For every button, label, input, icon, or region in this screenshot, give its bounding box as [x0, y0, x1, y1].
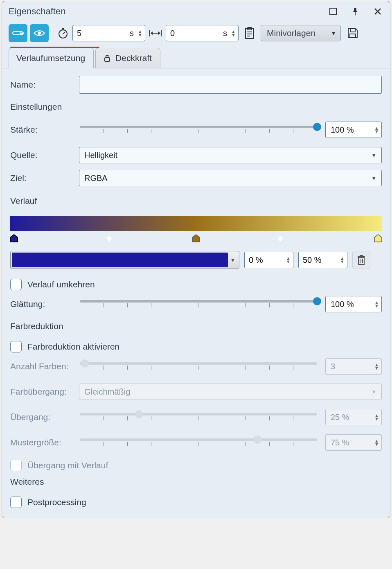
chevron-down-icon[interactable]: ▼ — [228, 257, 238, 263]
section-more: Weiteres — [10, 477, 382, 487]
smoothing-value: 100 % — [331, 300, 354, 309]
gradient-preview[interactable] — [10, 216, 382, 231]
delay-unit: s — [223, 29, 227, 38]
svg-rect-16 — [350, 34, 356, 38]
delete-stop-button[interactable] — [352, 251, 370, 269]
target-dropdown[interactable]: RGBA ▼ — [79, 170, 382, 186]
panel-title: Eigenschaften — [9, 6, 65, 17]
numcolors-label: Anzahl Farben: — [10, 361, 72, 371]
unlock-icon — [103, 54, 111, 62]
visibility-button[interactable] — [30, 24, 49, 42]
section-settings: Einstellungen — [10, 102, 382, 112]
pin-icon[interactable] — [351, 7, 359, 16]
presets-label: Minivorlagen — [267, 28, 315, 38]
titlebar: Eigenschaften — [2, 1, 390, 23]
tab-opacity[interactable]: Deckkraft — [95, 48, 160, 68]
pattern-label: Mustergröße: — [10, 438, 72, 447]
gradient-stop-2[interactable] — [374, 234, 383, 243]
toolbar: 5 s ▲▼ 0 s ▲▼ Minivorlagen ▼ — [2, 23, 390, 45]
link-toggle-button[interactable] — [9, 24, 27, 42]
close-icon[interactable] — [374, 7, 382, 16]
gradient-midpoint-0[interactable] — [106, 235, 115, 244]
transition-type-value: Gleichmäßig — [84, 387, 130, 397]
tab-opacity-label: Deckkraft — [115, 53, 152, 63]
enable-color-reduction-checkbox[interactable] — [10, 341, 22, 352]
numcolors-value-input: 3 ▲▼ — [325, 358, 382, 375]
transition-label: Übergang: — [10, 412, 72, 422]
strength-value-input[interactable]: 100 % ▲▼ — [325, 122, 382, 138]
save-icon[interactable] — [347, 27, 359, 39]
properties-panel: Eigenschaften 5 s — [2, 1, 390, 518]
transition-type-dropdown: Gleichmäßig ▼ — [79, 384, 382, 400]
target-value: RGBA — [84, 174, 108, 183]
smoothing-value-input[interactable]: 100 % ▲▼ — [325, 296, 382, 312]
reverse-gradient-label: Verlauf umkehren — [27, 280, 95, 289]
window-controls — [329, 7, 382, 16]
section-colorreduce: Farbreduktion — [10, 321, 382, 331]
transition-type-label: Farbübergang: — [10, 387, 72, 397]
chevron-down-icon: ▼ — [371, 175, 376, 181]
strength-label: Stärke: — [10, 125, 72, 135]
clipboard-icon[interactable] — [243, 27, 256, 39]
svg-rect-5 — [62, 28, 64, 29]
duration-unit: s — [130, 29, 134, 38]
stop-midpoint-input[interactable]: 50 % ▲▼ — [298, 252, 347, 268]
duration-value: 5 — [77, 29, 130, 38]
duration-stepper[interactable]: ▲▼ — [137, 30, 143, 36]
smoothing-label: Glättung: — [10, 299, 72, 309]
pattern-value: 75 % — [331, 438, 349, 447]
stop-position-value: 0 % — [249, 255, 263, 265]
maximize-icon[interactable] — [329, 8, 337, 15]
tab-gradient-map[interactable]: Verlaufumsetzung — [9, 48, 94, 68]
numcolors-value: 3 — [331, 362, 335, 371]
pattern-value-input: 75 % ▲▼ — [325, 434, 382, 451]
source-dropdown[interactable]: Helligkeit ▼ — [79, 147, 382, 163]
svg-rect-0 — [330, 8, 336, 15]
strength-slider[interactable] — [80, 122, 317, 137]
width-icon — [149, 29, 162, 37]
gradient-midpoint-1[interactable] — [277, 235, 286, 244]
postprocessing-label: Postprocessing — [27, 497, 86, 507]
transition-value: 25 % — [331, 413, 349, 422]
chevron-down-icon: ▼ — [371, 389, 376, 395]
transition-slider — [80, 410, 317, 424]
delay-input[interactable]: 0 s ▲▼ — [166, 25, 239, 41]
duration-input[interactable]: 5 s ▲▼ — [72, 25, 145, 41]
source-label: Quelle: — [10, 150, 72, 160]
presets-combo[interactable]: Minivorlagen ▼ — [261, 25, 341, 41]
transition-with-gradient-checkbox — [10, 460, 22, 471]
transition-with-gradient-label: Übergang mit Verlauf — [27, 461, 108, 470]
svg-line-6 — [63, 32, 65, 34]
reverse-gradient-checkbox[interactable] — [10, 279, 22, 290]
delay-stepper[interactable]: ▲▼ — [230, 30, 237, 36]
svg-rect-18 — [358, 257, 364, 264]
delay-value: 0 — [170, 29, 223, 38]
name-input[interactable] — [79, 76, 382, 94]
target-label: Ziel: — [10, 173, 72, 183]
numcolors-slider — [80, 359, 317, 374]
stopwatch-icon — [57, 27, 69, 39]
svg-rect-17 — [105, 58, 110, 61]
enable-color-reduction-label: Farbreduktion aktivieren — [27, 342, 119, 352]
gradient-stops[interactable] — [10, 234, 382, 245]
gradient-stop-1[interactable] — [191, 234, 201, 243]
pattern-slider — [80, 435, 317, 450]
gradient-stop-0[interactable] — [9, 234, 18, 243]
color-swatch — [12, 253, 228, 267]
postprocessing-checkbox[interactable] — [10, 497, 22, 508]
section-gradient: Verlauf — [10, 196, 382, 206]
tab-gradient-label: Verlaufumsetzung — [16, 53, 85, 63]
transition-value-input: 25 % ▲▼ — [325, 409, 382, 425]
source-value: Helligkeit — [84, 151, 117, 160]
chevron-down-icon: ▼ — [331, 30, 336, 36]
svg-point-3 — [38, 32, 41, 35]
stop-position-input[interactable]: 0 % ▲▼ — [244, 252, 293, 268]
chevron-down-icon: ▼ — [371, 152, 376, 158]
smoothing-slider[interactable] — [80, 297, 317, 312]
tab-strip: Verlaufumsetzung Deckkraft — [2, 45, 390, 68]
strength-value: 100 % — [331, 125, 354, 135]
stop-color-picker[interactable]: ▼ — [10, 251, 239, 269]
stop-midpoint-value: 50 % — [303, 255, 322, 265]
name-label: Name: — [10, 80, 72, 90]
svg-rect-20 — [360, 255, 363, 257]
